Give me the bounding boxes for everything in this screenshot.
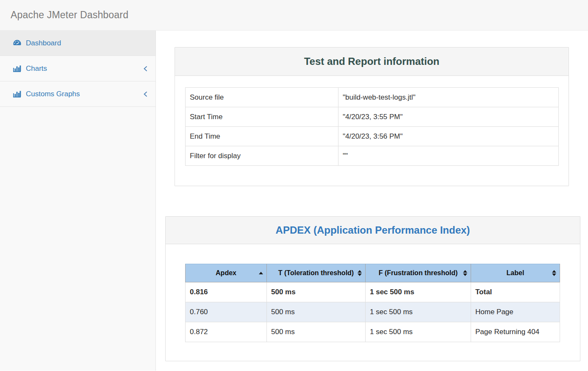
table-row: Source file "build-web-test-logs.jtl" [186, 88, 559, 107]
info-value: "4/20/23, 3:55 PM" [338, 107, 559, 127]
test-info-table: Source file "build-web-test-logs.jtl" St… [185, 87, 559, 166]
topbar: Apache JMeter Dashboard [0, 0, 588, 31]
sidebar: Dashboard Charts [0, 31, 156, 371]
column-header-frustration[interactable]: F (Frustration threshold) [366, 264, 471, 282]
app-title: Apache JMeter Dashboard [11, 9, 128, 21]
apdex-value: 0.872 [186, 322, 267, 342]
test-info-panel-header: Test and Report information [175, 47, 569, 76]
sort-both-icon [463, 270, 467, 276]
test-info-panel: Test and Report information Source file … [175, 47, 569, 186]
bar-chart-icon [12, 64, 22, 73]
apdex-table: Apdex T (Toleration threshold) F (Frustr… [185, 264, 560, 342]
frustration-value: 1 sec 500 ms [366, 282, 471, 302]
apdex-value: 0.760 [186, 302, 267, 322]
label-value: Home Page [471, 302, 560, 322]
info-label: End Time [186, 127, 338, 146]
tachometer-icon [12, 39, 22, 47]
table-row: End Time "4/20/23, 3:56 PM" [186, 127, 559, 146]
info-label: Start Time [186, 107, 338, 127]
info-label: Filter for display [186, 146, 338, 166]
info-value: "4/20/23, 3:56 PM" [338, 127, 559, 146]
chevron-left-icon [143, 66, 148, 72]
column-header-label[interactable]: Label [471, 264, 560, 282]
table-row: 0.872 500 ms 1 sec 500 ms Page Returning… [186, 322, 560, 342]
sidebar-item-dashboard[interactable]: Dashboard [0, 31, 155, 56]
sidebar-item-label: Customs Graphs [26, 90, 80, 98]
main-content: Test and Report information Source file … [156, 31, 588, 371]
info-value: "build-web-test-logs.jtl" [338, 88, 559, 107]
label-value: Total [471, 282, 560, 302]
table-row: Start Time "4/20/23, 3:55 PM" [186, 107, 559, 127]
sidebar-item-label: Charts [26, 64, 47, 73]
chevron-left-icon [143, 91, 148, 97]
apdex-panel-body: Apdex T (Toleration threshold) F (Frustr… [166, 244, 580, 361]
table-row: Filter for display "" [186, 146, 559, 166]
info-label: Source file [186, 88, 338, 107]
sort-both-icon [552, 270, 556, 276]
column-label: Label [507, 269, 524, 276]
apdex-header-row: Apdex T (Toleration threshold) F (Frustr… [186, 264, 560, 282]
toleration-value: 500 ms [267, 322, 366, 342]
sort-asc-icon [259, 272, 263, 274]
label-value: Page Returning 404 [471, 322, 560, 342]
sidebar-item-label: Dashboard [26, 39, 61, 47]
table-row: 0.760 500 ms 1 sec 500 ms Home Page [186, 302, 560, 322]
column-label: T (Toleration threshold) [278, 269, 354, 276]
info-value: "" [338, 146, 559, 166]
sidebar-item-customs-graphs[interactable]: Customs Graphs [0, 81, 155, 107]
apdex-value: 0.816 [186, 282, 267, 302]
test-info-panel-title: Test and Report information [304, 56, 440, 67]
toleration-value: 500 ms [267, 282, 366, 302]
table-row: 0.816 500 ms 1 sec 500 ms Total [186, 282, 560, 302]
frustration-value: 1 sec 500 ms [366, 322, 471, 342]
toleration-value: 500 ms [267, 302, 366, 322]
column-header-apdex[interactable]: Apdex [186, 264, 267, 282]
apdex-panel-title[interactable]: APDEX (Application Performance Index) [276, 224, 470, 236]
apdex-panel-header: APDEX (Application Performance Index) [166, 217, 580, 244]
apdex-panel: APDEX (Application Performance Index) Ap… [165, 216, 580, 361]
app-window: Apache JMeter Dashboard Dashboard [0, 0, 588, 371]
test-info-panel-body: Source file "build-web-test-logs.jtl" St… [175, 76, 569, 186]
sidebar-item-charts[interactable]: Charts [0, 56, 155, 81]
frustration-value: 1 sec 500 ms [366, 302, 471, 322]
bar-chart-icon [12, 90, 22, 98]
column-label: F (Frustration threshold) [379, 269, 458, 276]
column-label: Apdex [216, 269, 236, 276]
column-header-toleration[interactable]: T (Toleration threshold) [267, 264, 366, 282]
layout: Dashboard Charts [0, 31, 588, 371]
sort-both-icon [358, 270, 362, 276]
